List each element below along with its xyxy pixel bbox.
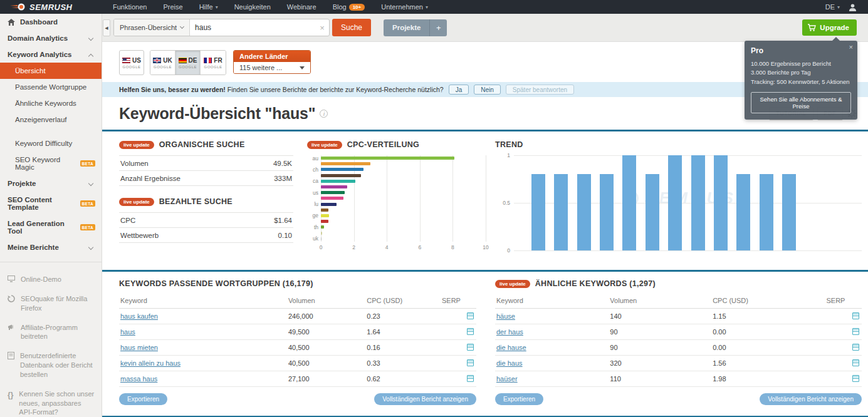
nav-item-preise[interactable]: Preise — [163, 3, 182, 11]
nav-item-funktionen[interactable]: Funktionen — [113, 3, 147, 11]
column-header[interactable]: Keyword — [495, 293, 609, 309]
serp-icon[interactable] — [467, 328, 474, 335]
nav-item-hilfe[interactable]: Hilfe▾ — [199, 3, 218, 11]
tooltip-arrow — [832, 37, 840, 41]
chevron-down-icon — [300, 66, 305, 70]
live-update-badge: live update — [119, 198, 154, 206]
nav-item-webinare[interactable]: Webinare — [287, 3, 316, 11]
serp-icon[interactable] — [467, 344, 474, 351]
feedback-no-button[interactable]: Nein — [474, 85, 501, 95]
keyword-link[interactable]: haus kaufen — [120, 312, 158, 320]
database-tab-fr[interactable]: FR GOOGLE — [201, 51, 226, 75]
database-tab-uk[interactable]: UK GOOGLE — [150, 51, 175, 75]
cart-icon — [807, 24, 816, 32]
full-report-button[interactable]: Vollständigen Bericht anzeigen — [760, 393, 862, 405]
keyword-link[interactable]: häuse — [496, 312, 515, 320]
us-flag-icon — [122, 58, 130, 63]
sidebar-item-lead-generation-tool[interactable]: Lead Generation ToolBETA — [0, 215, 102, 239]
sidebar-item-affiliate[interactable]: Affiliate-Programm beitreten — [0, 318, 102, 347]
y-tick-label: 0.5 — [496, 200, 510, 206]
serp-icon[interactable] — [852, 328, 859, 335]
beta-badge: BETA — [80, 160, 95, 167]
database-tab-us[interactable]: US GOOGLE — [119, 50, 144, 75]
full-report-button[interactable]: Vollständigen Bericht anzeigen — [374, 393, 476, 405]
user-icon[interactable] — [849, 3, 857, 11]
info-icon[interactable]: i — [320, 110, 328, 118]
report-type-dropdown[interactable]: Phrasen-Übersicht — [114, 19, 190, 36]
feedback-later-button[interactable]: Später beantworten — [506, 85, 574, 95]
export-button[interactable]: Exportieren — [495, 393, 543, 405]
chevron-down-icon — [88, 181, 93, 186]
keyword-link[interactable]: haus — [120, 328, 135, 336]
chevron-down-icon — [88, 36, 93, 41]
sidebar-item-seo-keyword-magic[interactable]: SEO Keyword MagicBETA — [0, 152, 102, 175]
keyword-link[interactable]: haüser — [496, 375, 518, 383]
cpc-bar — [321, 174, 361, 177]
sidebar-item-uebersicht[interactable]: Übersicht — [0, 63, 102, 79]
serp-icon[interactable] — [467, 375, 474, 382]
related-keywords-title: ÄHNLICHE KEYWORDS (1,297) — [535, 279, 656, 288]
add-project-button[interactable]: + — [430, 19, 447, 36]
serp-icon[interactable] — [852, 359, 859, 366]
keyword-tables: KEYWORDS PASSENDE WORTGRUPPEN (16,179) K… — [102, 272, 868, 413]
sidebar-item-passende-wortgruppe[interactable]: Passende Wortgruppe — [0, 79, 102, 95]
column-header[interactable]: Keyword — [119, 293, 287, 309]
export-button[interactable]: Exportieren — [119, 393, 167, 405]
keyword-link[interactable]: massa haus — [120, 375, 157, 383]
pro-plan-line: Tracking: 500 Kennwörter, 5 Aktionen — [751, 78, 851, 86]
keyword-link[interactable]: die haus — [496, 359, 523, 367]
upgrade-button[interactable]: Upgrade — [802, 19, 857, 36]
trend-bar — [736, 174, 750, 250]
feedback-yes-button[interactable]: Ja — [449, 85, 469, 95]
nav-item-unternehmen[interactable]: Unternehmen▾ — [381, 3, 428, 11]
column-header[interactable]: CPC (USD) — [711, 293, 825, 309]
sidebar-item-custom-database[interactable]: Benutzerdefinierte Datenbank oder Berich… — [0, 346, 102, 384]
chevron-down-icon: ▾ — [426, 4, 428, 10]
language-selector[interactable]: DE▾ — [825, 3, 840, 11]
sidebar-item-anzeigenverlauf[interactable]: Anzeigenverlauf — [0, 111, 102, 128]
semrush-logo[interactable]: SEMRUSH — [0, 3, 94, 12]
sidebar-item-seoquake[interactable]: SEOquake für Mozilla Firefox — [0, 289, 102, 318]
de-flag-icon — [179, 58, 187, 63]
serp-icon[interactable] — [467, 359, 474, 366]
column-header[interactable]: Volumen — [287, 293, 365, 309]
keyword-link[interactable]: kevin allein zu haus — [120, 359, 180, 367]
sidebar-item-domain-analytics[interactable]: Domain Analytics — [0, 30, 102, 46]
nav-item-neuigkeiten[interactable]: Neuigkeiten — [234, 3, 271, 11]
megaphone-icon — [8, 324, 15, 331]
search-input[interactable] — [190, 19, 315, 36]
clear-search-icon[interactable]: × — [315, 19, 329, 36]
nav-item-blog[interactable]: Blog10+ — [333, 3, 365, 11]
other-countries-dropdown[interactable]: Andere Länder 115 weitere ... — [233, 50, 311, 74]
sidebar-item-meine-berichte[interactable]: Meine Berichte — [0, 239, 102, 255]
sidebar-item-keyword-difficulty[interactable]: Keyword Difficulty — [0, 135, 102, 152]
serp-icon[interactable] — [852, 312, 859, 319]
sidebar-item-dashboard[interactable]: Dashboard — [0, 14, 102, 30]
braces-icon: {} — [8, 390, 13, 417]
keyword-link[interactable]: der haus — [496, 328, 523, 336]
close-icon[interactable]: × — [849, 43, 853, 51]
serp-icon[interactable] — [852, 375, 859, 382]
serp-icon[interactable] — [852, 344, 859, 351]
projects-button[interactable]: Projekte — [384, 19, 430, 36]
sidebar-item-online-demo[interactable]: Online-Demo — [0, 270, 102, 289]
keyword-link[interactable]: die hause — [496, 344, 526, 351]
sidebar-item-seo-content-template[interactable]: SEO Content TemplateBETA — [0, 192, 102, 215]
cpc-bar-row: ge — [321, 213, 486, 219]
sidebar-item-aehnliche-keywords[interactable]: Ähnliche Keywords — [0, 95, 102, 111]
search-button[interactable]: Suche — [332, 19, 371, 36]
database-tab-de[interactable]: DE GOOGLE — [175, 51, 201, 75]
cpc-bar-row: ch — [321, 167, 486, 172]
sidebar-collapse-button[interactable]: ◀ — [103, 19, 110, 36]
column-header[interactable]: CPC (USD) — [365, 293, 441, 309]
document-icon — [8, 352, 14, 359]
sidebar-item-projekte[interactable]: Projekte — [0, 175, 102, 192]
see-plans-button[interactable]: Sehen Sie alle Abonnements & Preise — [751, 92, 851, 113]
sidebar-item-api-format[interactable]: {} Kennen Sie schon unser neues, anpassb… — [0, 384, 102, 417]
keyword-link[interactable]: haus mieten — [120, 344, 158, 351]
trend-bar — [600, 174, 614, 250]
column-header: SERP — [441, 293, 476, 309]
sidebar-item-keyword-analytics[interactable]: Keyword Analytics — [0, 46, 102, 63]
column-header[interactable]: Volumen — [609, 293, 711, 309]
serp-icon[interactable] — [467, 312, 474, 319]
